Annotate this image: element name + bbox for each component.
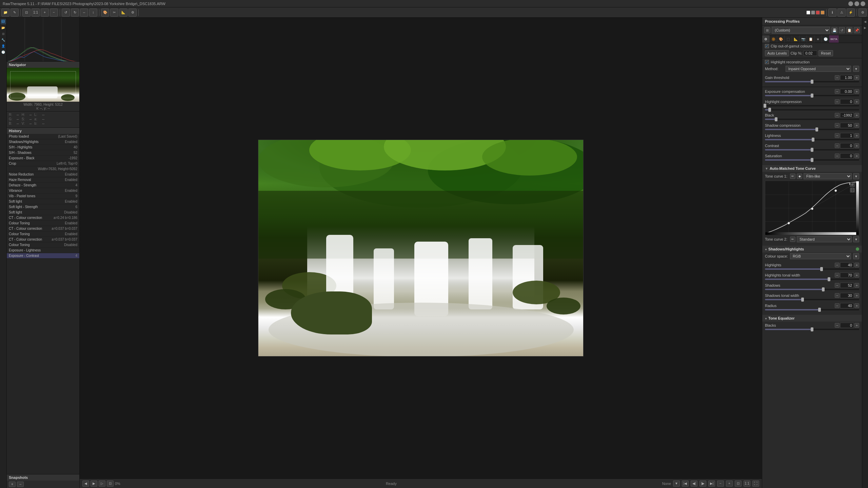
highlight-comp-thumb[interactable]	[764, 104, 766, 108]
shadows-track[interactable]	[765, 289, 859, 290]
sh-tonal-track[interactable]	[765, 299, 859, 300]
black-track[interactable]	[765, 119, 859, 120]
shadow-comp-track[interactable]	[765, 129, 859, 130]
zoom-minus-button[interactable]: −	[717, 481, 724, 487]
sh-enabled-dot[interactable]	[856, 247, 859, 251]
highlight-comp-plus[interactable]: +	[854, 99, 859, 104]
contrast-track[interactable]	[765, 149, 859, 150]
auto-levels-button[interactable]: Auto Levels	[765, 50, 789, 56]
saturation-plus[interactable]: +	[854, 154, 859, 158]
nav-next-button[interactable]: ▶	[91, 481, 97, 487]
history-item[interactable]: CT - Colour correctiona=0.037 b=0.037	[7, 226, 79, 231]
exposure-plus[interactable]: +	[854, 89, 859, 94]
pp-load-button[interactable]: ⊞	[764, 27, 770, 33]
snapshots-header[interactable]: Snapshots	[7, 474, 79, 481]
history-item[interactable]: Photo loaded(Last Saved)	[7, 134, 79, 139]
right-content[interactable]: Clip out-of-gamut colours Auto Levels Cl…	[762, 43, 862, 488]
history-item[interactable]: Colour ToningEnabled	[7, 221, 79, 226]
highlight-comp-sub-thumb[interactable]	[768, 108, 771, 112]
tone-curve-canvas[interactable]: ↺ ⛶	[765, 181, 859, 235]
history-item[interactable]: S/H - Highlights40	[7, 145, 79, 150]
tc1-color-icon[interactable]: ◆	[797, 174, 802, 179]
radius-minus[interactable]: −	[835, 303, 840, 308]
blacks-plus[interactable]: +	[854, 323, 859, 328]
contrast-plus[interactable]: +	[854, 143, 859, 148]
tab-advanced[interactable]: ⬚	[785, 35, 792, 43]
nav-prev-button[interactable]: ◀	[82, 481, 89, 487]
gain-threshold-plus[interactable]: +	[854, 75, 859, 80]
shadows-highlights-header[interactable]: ● Shadows/Highlights	[762, 246, 862, 252]
shadows-thumb[interactable]	[822, 287, 825, 291]
method-arrow[interactable]: ▼	[853, 66, 859, 72]
profile-white[interactable]	[806, 11, 810, 15]
gain-threshold-track[interactable]	[765, 81, 859, 82]
history-item[interactable]: Colour ToningDisabled	[7, 242, 79, 248]
saturation-minus[interactable]: −	[835, 154, 840, 158]
profile-gray[interactable]	[811, 11, 815, 15]
lightness-plus[interactable]: +	[854, 133, 859, 138]
highlight-comp-minus[interactable]: −	[835, 99, 840, 104]
zoom-100-status-button[interactable]: 1:1	[744, 481, 750, 487]
sh-tonal-plus[interactable]: +	[854, 293, 859, 298]
prev-image-button[interactable]: |◀	[682, 481, 689, 487]
profile-orange[interactable]	[821, 11, 825, 15]
tab-favorites[interactable]: ★	[814, 35, 822, 43]
method-select[interactable]: Inpaint Opposed	[786, 66, 851, 72]
step-fwd-button[interactable]: |▶	[699, 481, 706, 487]
navigator-header[interactable]: Navigator	[7, 62, 79, 68]
contrast-minus[interactable]: −	[835, 143, 840, 148]
remove-snapshot-button[interactable]: −	[17, 482, 24, 487]
saturation-thumb[interactable]	[811, 158, 813, 162]
history-item[interactable]: Soft lightDisabled	[7, 210, 79, 215]
exposure-minus[interactable]: −	[835, 89, 840, 94]
tab-raw[interactable]: 📷	[800, 35, 807, 43]
colour-space-select[interactable]: RGB	[790, 253, 851, 259]
lightness-track[interactable]	[765, 139, 859, 140]
rotate-cw-button[interactable]: ↻	[71, 8, 79, 17]
shadows-minus[interactable]: −	[835, 283, 840, 288]
clip-gamut-checkbox[interactable]	[765, 44, 769, 48]
saturation-track[interactable]	[765, 159, 859, 161]
tab-color[interactable]: 🎨	[777, 35, 785, 43]
history-item[interactable]: CropLeft=0, Top=0	[7, 161, 79, 166]
history-item[interactable]: CT - Colour correctiona=0.24 b=0.186	[7, 215, 79, 221]
fullscreen-button[interactable]: ⛶	[752, 481, 759, 487]
history-header[interactable]: History	[7, 128, 79, 134]
tc2-select[interactable]: Standard	[797, 236, 852, 242]
tab-metadata[interactable]: 📋	[807, 35, 814, 43]
shadow-comp-thumb[interactable]	[815, 127, 818, 131]
highlights-minus[interactable]: −	[835, 263, 840, 267]
blacks-minus[interactable]: −	[835, 323, 840, 328]
rotate-ccw-button[interactable]: ↺	[62, 8, 70, 17]
straighten-button[interactable]: 📐	[119, 8, 127, 17]
hl-tonal-track[interactable]	[765, 279, 859, 280]
hl-tonal-plus[interactable]: +	[854, 273, 859, 278]
tab-transform[interactable]: 📐	[792, 35, 800, 43]
curve-reset-button[interactable]: ↺	[850, 182, 855, 187]
hl-tonal-minus[interactable]: −	[835, 273, 840, 278]
recent-icon[interactable]: 🕐	[1, 49, 6, 55]
highlights-plus[interactable]: +	[854, 263, 859, 267]
highlights-track[interactable]	[765, 268, 859, 270]
history-item[interactable]: Shadows/HighlightsEnabled	[7, 139, 79, 145]
zoom-plus-button[interactable]: +	[726, 481, 733, 487]
shadows-plus[interactable]: +	[854, 283, 859, 288]
profile-red[interactable]	[816, 11, 820, 15]
color-select-button[interactable]: ▼	[673, 481, 680, 487]
zoom-fit-status-button[interactable]: ⊡	[735, 481, 742, 487]
shadow-comp-plus[interactable]: +	[854, 123, 859, 128]
color-picker-button[interactable]: 🎨	[101, 8, 109, 17]
history-item[interactable]: Vib - Pastel tones9	[7, 194, 79, 199]
play-button[interactable]: ▷	[99, 481, 105, 487]
add-snapshot-button[interactable]: +	[9, 482, 16, 487]
highlight-comp-sub-track[interactable]	[765, 109, 859, 110]
radius-track[interactable]	[765, 309, 859, 310]
highlight-comp-track[interactable]	[765, 105, 859, 106]
shadow-comp-minus[interactable]: −	[835, 123, 840, 128]
history-item[interactable]: VibranceEnabled	[7, 188, 79, 194]
minimize-button[interactable]	[848, 1, 853, 6]
tone-curve-header[interactable]: ▼ Auto-Matched Tone Curve	[762, 165, 862, 172]
blacks-thumb[interactable]	[811, 327, 813, 331]
tc1-select[interactable]: Film-like	[804, 173, 852, 179]
file-browser-icon[interactable]: 📂	[1, 25, 6, 30]
